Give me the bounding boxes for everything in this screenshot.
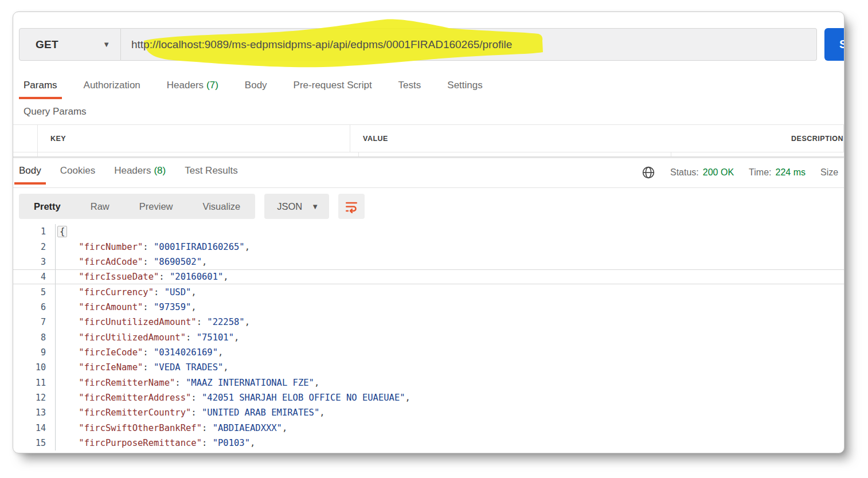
- view-mode-button[interactable]: Visualize: [187, 194, 255, 219]
- line-number: 7: [13, 315, 56, 330]
- language-value: JSON: [277, 201, 302, 212]
- view-mode-button[interactable]: Preview: [124, 194, 188, 219]
- response-tab[interactable]: Test Results: [185, 160, 238, 185]
- code-content: "fircRemitterName": "MAAZ INTERNATIONAL …: [56, 378, 319, 388]
- line-number: 9: [13, 345, 56, 360]
- response-tab-label: Body: [19, 165, 41, 176]
- code-line: 5 "fircCurrency": "USD",: [13, 284, 844, 299]
- request-tab[interactable]: Headers(7): [167, 75, 218, 99]
- request-tab-label: Headers: [167, 80, 204, 91]
- request-tab-label: Authorization: [84, 80, 140, 91]
- chevron-down-icon: ▼: [311, 202, 319, 211]
- request-tab[interactable]: Pre-request Script: [294, 75, 372, 99]
- column-header: DESCRIPTION: [779, 125, 844, 152]
- request-tab-label: Settings: [447, 80, 482, 91]
- request-tab[interactable]: Settings: [447, 75, 482, 99]
- response-body-viewer[interactable]: 1{2 "fircNumber": "0001FIRAD160265",3 "f…: [13, 224, 844, 453]
- url-text: http://localhost:9089/ms-edpmsidpms-api/…: [131, 28, 512, 61]
- response-tab[interactable]: Headers(8): [114, 160, 166, 185]
- response-tab-label: Test Results: [185, 165, 238, 176]
- code-content: "fircUtilizedAmount": "75101",: [56, 332, 239, 343]
- toolbar-divider: [13, 187, 844, 188]
- query-params-empty-row[interactable]: [13, 152, 844, 156]
- code-content: "fircIeCode": "0314026169",: [56, 347, 223, 358]
- response-tabs: Body Cookies Headers(8) Test Results: [19, 158, 238, 187]
- request-tab[interactable]: Body: [245, 75, 267, 99]
- method-select[interactable]: GET ▼: [19, 28, 121, 61]
- code-line: 1{: [13, 224, 844, 239]
- view-mode-group: Pretty Raw Preview Visualize: [19, 194, 255, 219]
- wrap-text-button[interactable]: [338, 194, 365, 219]
- request-tab-label: Params: [24, 80, 57, 91]
- globe-icon[interactable]: [642, 166, 655, 179]
- response-tab-label: Cookies: [60, 165, 95, 176]
- line-number: 2: [13, 239, 56, 254]
- request-tab-label: Pre-request Script: [294, 80, 372, 91]
- time-value: 224 ms: [775, 167, 805, 178]
- code-line: 7 "fircUnutilizedAmount": "22258",: [13, 315, 844, 330]
- line-number: 3: [13, 254, 56, 269]
- response-meta: Status: 200 OK Time: 224 ms Size: [642, 158, 838, 187]
- code-content: "fircRemitterCountry": "UNITED ARAB EMIR…: [56, 408, 325, 418]
- code-content: "fircCurrency": "USD",: [56, 287, 197, 297]
- code-content: "fircIeName": "VEDA TRADES",: [56, 362, 229, 373]
- status-label: Status:: [670, 167, 699, 178]
- chevron-down-icon: ▼: [103, 40, 110, 49]
- code-line: 4 "fircIssueDate": "20160601",: [13, 269, 844, 284]
- line-number: 15: [13, 436, 56, 450]
- view-mode-button[interactable]: Raw: [76, 194, 124, 219]
- view-mode-button[interactable]: Pretty: [19, 194, 76, 219]
- request-tab-label: Body: [245, 80, 267, 91]
- line-number: 11: [13, 375, 56, 390]
- code-content: "fircAdCode": "8690502",: [56, 257, 207, 267]
- query-params-title: Query Params: [24, 106, 87, 117]
- request-tabs: Params Authorization Headers(7) Body Pre…: [24, 74, 483, 100]
- code-line: 11 "fircRemitterName": "MAAZ INTERNATION…: [13, 375, 844, 390]
- query-params-header: KEY VALUE DESCRIPTION: [13, 124, 844, 152]
- line-number: 5: [13, 284, 56, 299]
- code-content: "fircSwiftOtherBankRef": "ABDIAEADXXX",: [56, 423, 287, 433]
- response-tab-count: (8): [154, 165, 166, 176]
- send-button[interactable]: Send: [824, 28, 844, 61]
- request-tab-count: (7): [206, 80, 218, 91]
- column-header: VALUE: [350, 125, 779, 152]
- column-header: KEY: [38, 125, 350, 152]
- line-number: 4: [13, 270, 56, 284]
- code-line: 13 "fircRemitterCountry": "UNITED ARAB E…: [13, 405, 844, 420]
- code-content: "fircNumber": "0001FIRAD160265",: [56, 242, 250, 252]
- wrap-text-icon: [345, 199, 358, 213]
- code-line: 8 "fircUtilizedAmount": "75101",: [13, 330, 844, 344]
- code-line: 2 "fircNumber": "0001FIRAD160265",: [13, 239, 844, 254]
- status-value: 200 OK: [703, 167, 734, 178]
- request-tab[interactable]: Authorization: [84, 75, 140, 99]
- language-select[interactable]: JSON ▼: [264, 194, 329, 219]
- request-url-row: GET ▼ http://localhost:9089/ms-edpmsidpm…: [13, 28, 844, 61]
- code-line: 14 "fircSwiftOtherBankRef": "ABDIAEADXXX…: [13, 420, 844, 435]
- response-tab[interactable]: Body: [19, 160, 41, 185]
- code-line: 12 "fircRemitterAddress": "42051 SHARJAH…: [13, 390, 844, 405]
- code-line: 10 "fircIeName": "VEDA TRADES",: [13, 360, 844, 375]
- response-tab[interactable]: Cookies: [60, 160, 95, 185]
- postman-window: GET ▼ http://localhost:9089/ms-edpmsidpm…: [13, 11, 844, 453]
- request-tab-label: Tests: [398, 80, 421, 91]
- code-line: 6 "fircAmount": "97359",: [13, 300, 844, 315]
- code-line: 3 "fircAdCode": "8690502",: [13, 254, 844, 269]
- code-content: "fircAmount": "97359",: [56, 302, 197, 312]
- row-select-cell[interactable]: [13, 125, 38, 152]
- code-line: 9 "fircIeCode": "0314026169",: [13, 345, 844, 360]
- line-number: 12: [13, 390, 56, 405]
- line-number: 1: [13, 224, 56, 239]
- line-number: 8: [13, 330, 56, 344]
- request-tab[interactable]: Tests: [398, 75, 421, 99]
- query-params-table: KEY VALUE DESCRIPTION: [13, 124, 844, 156]
- line-number: 10: [13, 360, 56, 375]
- line-number: 14: [13, 420, 56, 435]
- request-tab[interactable]: Params: [24, 75, 57, 99]
- code-content: {: [56, 226, 67, 237]
- response-header-row: Body Cookies Headers(8) Test Results: [13, 158, 844, 187]
- response-tab-label: Headers: [114, 165, 151, 176]
- line-number: 6: [13, 300, 56, 315]
- code-content: "fircIssueDate": "20160601",: [56, 272, 229, 282]
- time-label: Time:: [749, 167, 771, 178]
- code-line: 15 "fircPurposeRemittance": "P0103",: [13, 436, 844, 450]
